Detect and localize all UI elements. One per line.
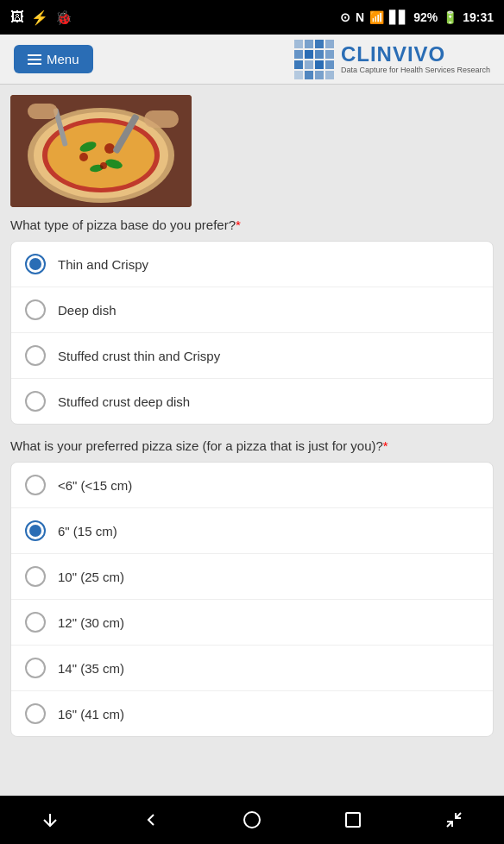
option-size-14[interactable]: 14" (35 cm) xyxy=(11,646,493,691)
menu-label: Menu xyxy=(47,52,79,66)
nav-bar: Menu CLINVIVO Data Capture for Health Se… xyxy=(0,35,504,85)
option-deep-dish-label: Deep dish xyxy=(58,303,117,318)
wifi-icon: 📶 xyxy=(369,10,384,24)
main-content: What type of pizza base do you prefer?* … xyxy=(0,85,504,796)
status-bar: 🖼 ⚡ 🐞 ⊙ N 📶 ▋▋ 92% 🔋 19:31 xyxy=(0,0,504,35)
home-button[interactable] xyxy=(230,803,274,837)
image-icon: 🖼 xyxy=(10,9,24,25)
radio-stuffed-thin[interactable] xyxy=(25,345,46,366)
status-right-icons: ⊙ N 📶 ▋▋ 92% 🔋 19:31 xyxy=(340,10,494,24)
option-size-12[interactable]: 12" (30 cm) xyxy=(11,600,493,646)
svg-point-10 xyxy=(100,162,107,169)
radio-size-10[interactable] xyxy=(25,566,46,587)
option-thin-crispy[interactable]: Thin and Crispy xyxy=(11,242,493,287)
prev-button[interactable] xyxy=(129,803,173,837)
svg-rect-14 xyxy=(28,104,58,119)
radio-thin-crispy[interactable] xyxy=(25,254,46,274)
option-size-14-label: 14" (35 cm) xyxy=(58,661,124,676)
option-stuffed-thin[interactable]: Stuffed crust thin and Crispy xyxy=(11,333,493,379)
radio-deep-dish[interactable] xyxy=(25,299,46,320)
battery-icon: 🔋 xyxy=(443,10,457,24)
debug-icon: 🐞 xyxy=(55,9,72,26)
clock: 19:31 xyxy=(463,10,494,24)
radio-size-12[interactable] xyxy=(25,612,46,633)
hamburger-icon xyxy=(28,54,41,65)
logo-sub-text: Data Capture for Health Services Researc… xyxy=(341,66,490,75)
option-size-16[interactable]: 16" (41 cm) xyxy=(11,691,493,736)
svg-point-16 xyxy=(244,812,260,828)
logo-main-text: CLINVIVO xyxy=(341,43,490,66)
option-size-6[interactable]: 6" (15 cm) xyxy=(11,508,493,554)
required-star-1: * xyxy=(236,217,241,232)
usb-icon: ⚡ xyxy=(31,9,48,26)
option-size-6-lt-label: <6" (<15 cm) xyxy=(58,478,132,493)
status-icons: 🖼 ⚡ 🐞 xyxy=(10,9,72,26)
option-deep-dish[interactable]: Deep dish xyxy=(11,287,493,333)
radio-stuffed-deep[interactable] xyxy=(25,391,46,412)
option-stuffed-thin-label: Stuffed crust thin and Crispy xyxy=(58,349,220,363)
option-size-6-label: 6" (15 cm) xyxy=(58,524,117,539)
question2-text: What is your preferred pizza size (for a… xyxy=(10,438,494,453)
question1-radio-group: Thin and Crispy Deep dish Stuffed crust … xyxy=(10,241,494,425)
radio-size-16[interactable] xyxy=(25,703,46,724)
option-size-10[interactable]: 10" (25 cm) xyxy=(11,554,493,600)
required-star-2: * xyxy=(383,438,388,453)
option-size-12-label: 12" (30 cm) xyxy=(58,615,124,630)
menu-button[interactable]: Menu xyxy=(14,45,93,73)
svg-rect-13 xyxy=(144,110,179,128)
recent-button[interactable] xyxy=(331,803,375,837)
radio-size-6-lt[interactable] xyxy=(25,475,46,495)
logo-text: CLINVIVO Data Capture for Health Service… xyxy=(341,43,490,74)
signal-icon: ▋▋ xyxy=(389,10,408,24)
option-size-16-label: 16" (41 cm) xyxy=(58,707,124,721)
svg-rect-17 xyxy=(346,813,360,827)
bluetooth-icon: ⊙ xyxy=(340,10,350,24)
pizza-image xyxy=(10,95,192,207)
option-size-10-label: 10" (25 cm) xyxy=(58,570,124,584)
shrink-button[interactable] xyxy=(432,803,476,837)
bottom-nav xyxy=(0,796,504,844)
question2-radio-group: <6" (<15 cm) 6" (15 cm) 10" (25 cm) 12" … xyxy=(10,462,494,737)
nfc-icon: N xyxy=(356,10,364,24)
radio-size-6[interactable] xyxy=(25,520,46,541)
option-size-6-lt[interactable]: <6" (<15 cm) xyxy=(11,463,493,508)
option-thin-crispy-label: Thin and Crispy xyxy=(58,257,148,272)
question1-text: What type of pizza base do you prefer?* xyxy=(10,217,494,232)
svg-point-8 xyxy=(79,153,88,161)
battery-level: 92% xyxy=(413,10,438,24)
svg-point-9 xyxy=(104,143,115,154)
back-button[interactable] xyxy=(28,803,72,837)
option-stuffed-deep[interactable]: Stuffed crust deep dish xyxy=(11,379,493,424)
option-stuffed-deep-label: Stuffed crust deep dish xyxy=(58,394,190,409)
logo-area: CLINVIVO Data Capture for Health Service… xyxy=(294,40,490,79)
radio-size-14[interactable] xyxy=(25,658,46,678)
logo-grid-icon xyxy=(294,40,334,79)
